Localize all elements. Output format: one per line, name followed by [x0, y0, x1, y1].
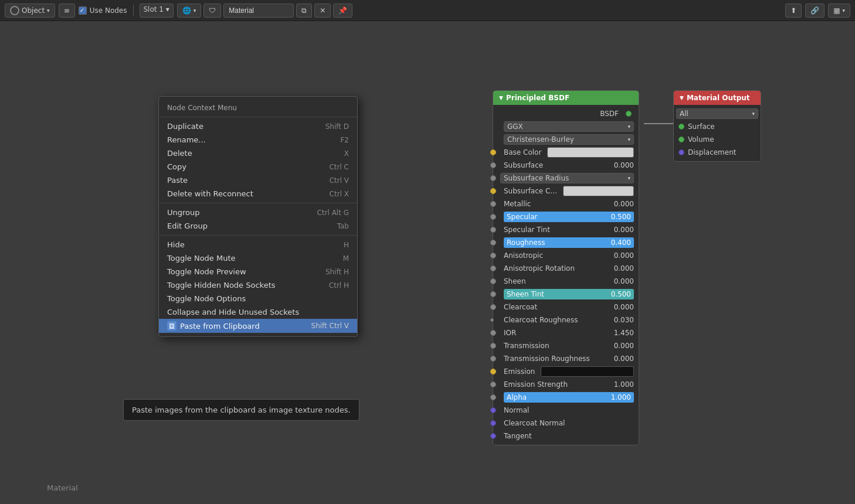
roughness-field[interactable]: Roughness 0.400: [504, 237, 634, 248]
bsdf-subsurface-method-dropdown[interactable]: Christensen-Burley ▾: [504, 134, 634, 145]
menu-item-ungroup[interactable]: Ungroup Ctrl Alt G: [159, 206, 357, 219]
engine-chevron-icon: ▾: [47, 8, 50, 13]
volume-label: Volume: [688, 135, 714, 144]
menu-item-delete[interactable]: Delete X: [159, 147, 357, 160]
bsdf-distribution-dropdown[interactable]: GGX ▾: [504, 121, 634, 132]
menu-item-duplicate[interactable]: Duplicate Shift D: [159, 120, 357, 133]
engine-label: Object: [22, 6, 45, 15]
subsurface-label: Subsurface: [504, 161, 543, 169]
material-label: Material: [47, 483, 78, 492]
transmission-label: Transmission: [504, 342, 549, 350]
bsdf-output-label: BSDF: [600, 110, 619, 118]
menu-item-toggle-preview[interactable]: Toggle Node Preview Shift H: [159, 265, 357, 278]
anisotropic-value: 0.000: [614, 251, 634, 260]
ior-socket: [490, 330, 496, 336]
menu-item-paste[interactable]: Paste Ctrl V: [159, 173, 357, 187]
menu-item-edit-group-shortcut: Tab: [337, 222, 349, 230]
sheen-value: 0.000: [614, 277, 634, 285]
menu-sep-2: [159, 235, 357, 236]
bsdf-row-subsurface-color: Subsurface C...: [493, 185, 639, 197]
bsdf-row-sheen-tint: Sheen Tint 0.500: [493, 288, 639, 301]
menu-item-delete-shortcut: X: [344, 149, 349, 158]
clearcoat-label: Clearcoat: [504, 303, 537, 311]
menu-item-delete-reconnect-label: Delete with Reconnect: [167, 189, 253, 198]
clearcoat-roughness-socket: [490, 318, 494, 322]
menu-item-toggle-options[interactable]: Toggle Node Options: [159, 292, 357, 305]
shield-icon: 🛡: [209, 6, 216, 15]
material-pin-btn[interactable]: 📌: [333, 4, 352, 18]
menu-item-toggle-mute[interactable]: Toggle Node Mute M: [159, 251, 357, 265]
transmission-value: 0.000: [614, 342, 634, 350]
close-icon: ✕: [320, 6, 325, 15]
menu-item-toggle-preview-shortcut: Shift H: [325, 268, 349, 276]
metallic-value: 0.000: [614, 200, 634, 208]
material-shield-btn[interactable]: 🛡: [203, 4, 221, 18]
sheen-tint-bar-label: Sheen Tint: [507, 290, 544, 298]
principled-bsdf-node[interactable]: ▼ Principled BSDF BSDF GGX ▾ Christensen…: [493, 90, 639, 445]
node-canvas[interactable]: Node Context Menu Duplicate Shift D Rena…: [0, 21, 855, 504]
output-collapse-icon[interactable]: ▼: [680, 95, 684, 101]
output-row-surface: Surface: [674, 120, 761, 133]
grid-chevron-icon: ▾: [842, 8, 845, 13]
menu-item-delete-reconnect-shortcut: Ctrl X: [330, 190, 349, 198]
render-engine-btn[interactable]: Object ▾: [5, 4, 55, 18]
base-color-field[interactable]: [547, 147, 634, 158]
use-nodes-label: Use Nodes: [90, 6, 127, 15]
alpha-field[interactable]: Alpha 1.000: [504, 392, 634, 403]
menu-item-ungroup-shortcut: Ctrl Alt G: [317, 209, 349, 217]
globe-icon: 🌐: [182, 6, 191, 15]
material-globe-btn[interactable]: 🌐 ▾: [177, 4, 202, 18]
menu-item-hide-label: Hide: [167, 240, 185, 249]
emission-field[interactable]: [541, 366, 634, 377]
menu-item-paste-clipboard[interactable]: 🖼 Paste from Clipboard Shift Ctrl V: [159, 319, 357, 333]
menu-item-toggle-options-label: Toggle Node Options: [167, 294, 246, 303]
subsurface-color-socket: [490, 188, 496, 194]
bsdf-row-specular: Specular Specular 0.500: [493, 210, 639, 223]
menu-item-hide[interactable]: Hide H: [159, 238, 357, 251]
bsdf-output-row: BSDF: [493, 107, 639, 120]
bsdf-row-sheen: Sheen 0.000: [493, 275, 639, 288]
bsdf-row-subsurface: Subsurface 0.000: [493, 159, 639, 172]
specular-field[interactable]: Specular 0.500: [504, 212, 634, 222]
output-node-title: Material Output: [687, 94, 750, 102]
material-output-node[interactable]: ▼ Material Output All ▾ Surface Volume D…: [673, 90, 761, 162]
bsdf-output-socket: [626, 111, 632, 117]
subsurface-radius-dropdown[interactable]: Subsurface Radius ▾: [500, 173, 634, 183]
menu-item-collapse[interactable]: Collapse and Hide Unused Sockets: [159, 305, 357, 319]
grid-btn[interactable]: ▦ ▾: [828, 4, 850, 18]
link-btn[interactable]: 🔗: [805, 4, 825, 18]
menu-item-rename[interactable]: Rename... F2: [159, 133, 357, 147]
bsdf-row-tangent: Tangent: [493, 430, 639, 442]
material-name-input[interactable]: [223, 4, 294, 18]
bsdf-row-emission: Emission: [493, 365, 639, 378]
bsdf-collapse-icon[interactable]: ▼: [499, 95, 503, 101]
hamburger-icon: ≡: [64, 6, 70, 15]
material-copy-btn[interactable]: ⧉: [296, 4, 312, 18]
menu-item-paste-label: Paste: [167, 176, 188, 185]
displacement-socket: [678, 149, 684, 155]
menu-item-toggle-sockets[interactable]: Toggle Hidden Node Sockets Ctrl H: [159, 278, 357, 292]
toolbar: Object ▾ ≡ Use Nodes Slot 1 ▾ 🌐 ▾ 🛡 ⧉ ✕ …: [0, 0, 855, 21]
slot-dropdown[interactable]: Slot 1 ▾: [140, 4, 174, 18]
output-dropdown[interactable]: All ▾: [676, 108, 758, 119]
distribution-chevron-icon: ▾: [627, 124, 630, 130]
use-nodes-toggle[interactable]: Use Nodes: [79, 6, 127, 15]
subsurface-color-field[interactable]: [563, 186, 634, 196]
sheen-tint-field[interactable]: Sheen Tint 0.500: [504, 289, 634, 299]
material-close-btn[interactable]: ✕: [314, 4, 331, 18]
metallic-label: Metallic: [504, 200, 531, 208]
menu-item-toggle-mute-label: Toggle Node Mute: [167, 254, 236, 263]
bsdf-row-emission-strength: Emission Strength 1.000: [493, 378, 639, 391]
bsdf-distribution-row: GGX ▾: [493, 120, 639, 133]
menu-item-toggle-sockets-label: Toggle Hidden Node Sockets: [167, 281, 276, 290]
use-nodes-checkbox[interactable]: [79, 6, 87, 15]
upload-btn[interactable]: ⬆: [785, 4, 802, 18]
menu-item-copy[interactable]: Copy Ctrl C: [159, 160, 357, 173]
hamburger-btn[interactable]: ≡: [59, 4, 75, 18]
menu-item-edit-group[interactable]: Edit Group Tab: [159, 219, 357, 233]
tangent-socket: [490, 433, 496, 439]
ior-label: IOR: [504, 329, 516, 337]
bsdf-row-alpha: Alpha 1.000: [493, 391, 639, 404]
bsdf-row-clearcoat: Clearcoat 0.000: [493, 301, 639, 314]
menu-item-delete-reconnect[interactable]: Delete with Reconnect Ctrl X: [159, 187, 357, 200]
